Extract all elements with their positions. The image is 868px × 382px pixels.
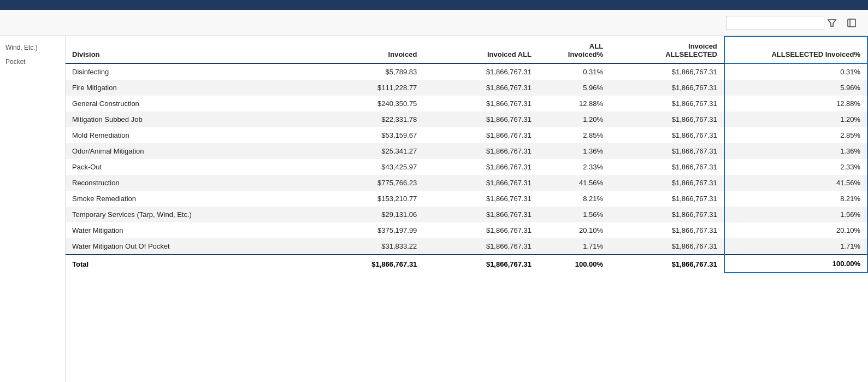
table-cell-col-invoiced-allselected: $1,866,767.31 [610,175,724,191]
footer-all-invoiced-pct: 100.00% [538,255,610,273]
table-row: Water Mitigation Out Of Pocket$31,833.22… [66,238,867,255]
table-cell-col-allselected-invoiced-pct: 12.88% [724,96,867,111]
table-cell-col-invoiced: $111,228.77 [323,80,424,96]
table-cell-col-invoiced-all: $1,866,767.31 [423,222,538,238]
col-header-division: Division [66,37,323,63]
table-cell-col-invoiced-allselected: $1,866,767.31 [610,63,724,80]
table-cell-col-division: Disinfecting [66,63,323,80]
table-cell-col-invoiced-all: $1,866,767.31 [423,207,538,222]
table-cell-col-invoiced-allselected: $1,866,767.31 [610,127,724,143]
table-cell-col-invoiced-all: $1,866,767.31 [423,191,538,207]
data-table: Division Invoiced Invoiced ALL ALLInvoic… [66,36,868,273]
table-cell-col-invoiced: $25,341.27 [323,143,424,159]
table-cell-col-division: General Construction [66,96,323,111]
table-row: Fire Mitigation$111,228.77$1,866,767.315… [66,80,867,96]
table-cell-col-invoiced-all: $1,866,767.31 [423,63,538,80]
table-cell-col-allselected-invoiced-pct: 0.31% [724,63,867,80]
table-cell-col-allselected-invoiced-pct: 5.96% [724,80,867,96]
table-cell-col-division: Fire Mitigation [66,80,323,96]
table-cell-col-invoiced-all: $1,866,767.31 [423,96,538,111]
table-cell-col-invoiced-allselected: $1,866,767.31 [610,207,724,222]
table-cell-col-invoiced-all: $1,866,767.31 [423,143,538,159]
table-cell-col-invoiced-all: $1,866,767.31 [423,80,538,96]
toolbar [0,10,868,36]
footer-invoiced-allselected: $1,866,767.31 [610,255,724,273]
footer-invoiced-all: $1,866,767.31 [423,255,538,273]
table-cell-col-all-invoiced-pct: 1.20% [538,111,610,127]
table-cell-col-invoiced: $240,350.75 [323,96,424,111]
table-cell-col-all-invoiced-pct: 41.56% [538,175,610,191]
sidebar-item-wind: Wind, Etc.) [4,42,61,54]
table-cell-col-invoiced-all: $1,866,767.31 [423,175,538,191]
table-cell-col-allselected-invoiced-pct: 2.85% [724,127,867,143]
table-row: Smoke Remediation$153,210.77$1,866,767.3… [66,191,867,207]
table-cell-col-all-invoiced-pct: 2.85% [538,127,610,143]
table-row: Pack-Out$43,425.97$1,866,767.312.33%$1,8… [66,159,867,175]
filter-icon[interactable] [824,15,840,31]
table-row: Water Mitigation$375,197.99$1,866,767.31… [66,222,867,238]
table-cell-col-division: Smoke Remediation [66,191,323,207]
table-row: Reconstruction$775,766.23$1,866,767.3141… [66,175,867,191]
table-row: Odor/Animal Mitigation$25,341.27$1,866,7… [66,143,867,159]
col-header-invoiced: Invoiced [323,37,424,63]
table-cell-col-invoiced: $31,833.22 [323,238,424,255]
table-cell-col-allselected-invoiced-pct: 1.36% [724,143,867,159]
table-cell-col-invoiced-all: $1,866,767.31 [423,111,538,127]
search-input[interactable] [726,16,824,30]
table-cell-col-division: Mold Remediation [66,127,323,143]
footer-invoiced: $1,866,767.31 [323,255,424,273]
col-header-all-invoiced-pct: ALLInvoiced% [538,37,610,63]
table-cell-col-allselected-invoiced-pct: 41.56% [724,175,867,191]
table-cell-col-division: Reconstruction [66,175,323,191]
table-cell-col-allselected-invoiced-pct: 20.10% [724,222,867,238]
table-row: Mold Remediation$53,159.67$1,866,767.312… [66,127,867,143]
table-cell-col-division: Water Mitigation [66,222,323,238]
table-cell-col-allselected-invoiced-pct: 1.71% [724,238,867,255]
expand-icon[interactable] [844,15,859,31]
table-cell-col-allselected-invoiced-pct: 8.21% [724,191,867,207]
table-header-row: Division Invoiced Invoiced ALL ALLInvoic… [66,37,867,63]
table-cell-col-allselected-invoiced-pct: 1.20% [724,111,867,127]
table-row: Disinfecting$5,789.83$1,866,767.310.31%$… [66,63,867,80]
table-cell-col-invoiced-allselected: $1,866,767.31 [610,238,724,255]
table-cell-col-all-invoiced-pct: 1.36% [538,143,610,159]
table-cell-col-all-invoiced-pct: 1.56% [538,207,610,222]
table-cell-col-invoiced-allselected: $1,866,767.31 [610,191,724,207]
table-cell-col-invoiced-all: $1,866,767.31 [423,159,538,175]
table-cell-col-invoiced-allselected: $1,866,767.31 [610,111,724,127]
table-cell-col-invoiced-allselected: $1,866,767.31 [610,96,724,111]
table-cell-col-invoiced-allselected: $1,866,767.31 [610,80,724,96]
table-cell-col-division: Water Mitigation Out Of Pocket [66,238,323,255]
main-layout: Wind, Etc.) Pocket Division Invoiced Inv… [0,36,868,382]
table-cell-col-all-invoiced-pct: 8.21% [538,191,610,207]
table-cell-col-invoiced-all: $1,866,767.31 [423,238,538,255]
table-cell-col-division: Odor/Animal Mitigation [66,143,323,159]
footer-allselected-invoiced-pct: 100.00% [724,255,867,273]
table-cell-col-allselected-invoiced-pct: 1.56% [724,207,867,222]
table-cell-col-invoiced: $5,789.83 [323,63,424,80]
table-footer-row: Total $1,866,767.31 $1,866,767.31 100.00… [66,255,867,273]
table-cell-col-invoiced-allselected: $1,866,767.31 [610,159,724,175]
table-cell-col-all-invoiced-pct: 0.31% [538,63,610,80]
table-row: Mitigation Subbed Job$22,331.78$1,866,76… [66,111,867,127]
content-area: Division Invoiced Invoiced ALL ALLInvoic… [66,36,868,382]
table-row: General Construction$240,350.75$1,866,76… [66,96,867,111]
table-cell-col-invoiced-all: $1,866,767.31 [423,127,538,143]
table-cell-col-invoiced: $43,425.97 [323,159,424,175]
table-cell-col-invoiced: $22,331.78 [323,111,424,127]
table-cell-col-all-invoiced-pct: 5.96% [538,80,610,96]
table-body: Disinfecting$5,789.83$1,866,767.310.31%$… [66,63,867,255]
col-header-invoiced-all: Invoiced ALL [423,37,538,63]
table-cell-col-invoiced-allselected: $1,866,767.31 [610,222,724,238]
table-cell-col-invoiced-allselected: $1,866,767.31 [610,143,724,159]
table-cell-col-all-invoiced-pct: 1.71% [538,238,610,255]
table-cell-col-all-invoiced-pct: 20.10% [538,222,610,238]
table-cell-col-invoiced: $153,210.77 [323,191,424,207]
svg-rect-1 [848,19,855,27]
table-cell-col-division: Mitigation Subbed Job [66,111,323,127]
table-cell-col-division: Pack-Out [66,159,323,175]
col-header-allselected-invoiced-pct: ALLSELECTED Invoiced% [724,37,867,63]
table-cell-col-allselected-invoiced-pct: 2.33% [724,159,867,175]
sidebar-item-pocket: Pocket [4,56,61,68]
table-cell-col-invoiced: $29,131.06 [323,207,424,222]
